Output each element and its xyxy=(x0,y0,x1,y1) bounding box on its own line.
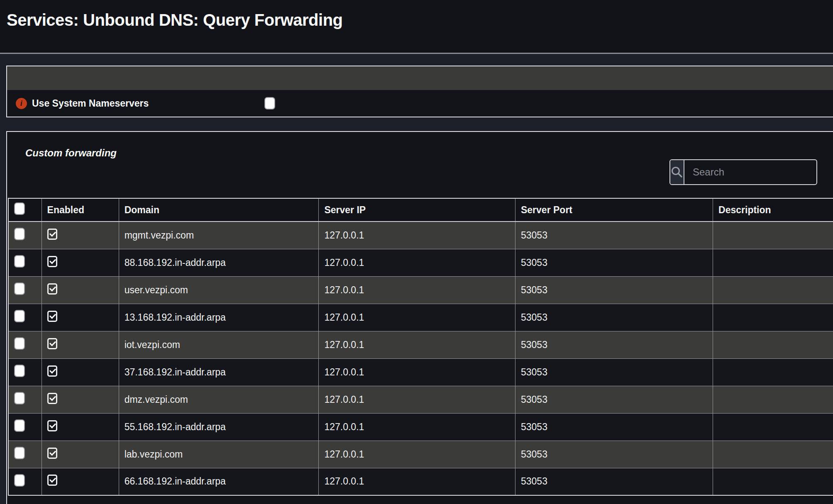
enabled-cell xyxy=(42,222,119,249)
select-all-checkbox[interactable] xyxy=(14,202,25,215)
server-ip-cell: 127.0.0.1 xyxy=(319,468,515,495)
server-port-cell: 53053 xyxy=(515,249,713,276)
table-row: user.vezpi.com 127.0.0.1 53053 xyxy=(8,276,833,304)
description-cell xyxy=(713,276,833,304)
search-box xyxy=(669,159,817,185)
row-select-cell xyxy=(8,441,42,468)
enabled-checkbox[interactable] xyxy=(47,229,57,240)
description-cell xyxy=(713,441,833,468)
forwarding-table: Enabled Domain Server IP Server Port Des… xyxy=(8,198,833,496)
domain-cell: lab.vezpi.com xyxy=(119,441,319,468)
row-select-cell xyxy=(8,304,42,331)
description-cell xyxy=(713,222,833,249)
nameservers-panel-header-strip xyxy=(7,66,833,90)
enabled-cell xyxy=(42,276,119,304)
enabled-checkbox[interactable] xyxy=(47,420,57,431)
description-cell xyxy=(713,304,833,331)
row-select-cell xyxy=(8,331,42,358)
row-select-cell xyxy=(8,276,42,304)
server-ip-cell: 127.0.0.1 xyxy=(319,413,515,441)
domain-cell: mgmt.vezpi.com xyxy=(119,222,319,249)
server-ip-cell: 127.0.0.1 xyxy=(319,249,515,276)
use-system-nameservers-label: Use System Nameservers xyxy=(32,98,149,109)
enabled-cell xyxy=(42,468,119,495)
row-select-checkbox[interactable] xyxy=(14,255,25,268)
server-ip-cell: 127.0.0.1 xyxy=(319,331,515,358)
search-input[interactable] xyxy=(684,160,817,184)
row-select-checkbox[interactable] xyxy=(14,228,25,240)
enabled-checkbox[interactable] xyxy=(47,365,57,377)
info-icon: i xyxy=(16,98,27,109)
server-ip-cell: 127.0.0.1 xyxy=(319,386,515,413)
enabled-cell xyxy=(42,304,119,331)
nameservers-panel: i Use System Nameservers xyxy=(6,66,833,117)
table-row: 13.168.192.in-addr.arpa 127.0.0.1 53053 xyxy=(8,304,833,331)
row-select-cell xyxy=(8,249,42,276)
row-select-checkbox[interactable] xyxy=(14,365,25,377)
table-row: 55.168.192.in-addr.arpa 127.0.0.1 53053 xyxy=(8,413,833,441)
enabled-checkbox[interactable] xyxy=(47,393,57,404)
table-row: lab.vezpi.com 127.0.0.1 53053 xyxy=(8,441,833,468)
row-select-checkbox[interactable] xyxy=(14,392,25,404)
server-port-cell: 53053 xyxy=(515,386,713,413)
row-select-cell xyxy=(8,413,42,441)
description-cell xyxy=(713,468,833,495)
server-port-cell: 53053 xyxy=(515,276,713,304)
use-system-nameservers-row: i Use System Nameservers xyxy=(7,90,833,117)
row-select-checkbox[interactable] xyxy=(14,282,25,295)
header-domain: Domain xyxy=(119,198,319,222)
domain-cell: dmz.vezpi.com xyxy=(119,386,319,413)
select-all-header-cell xyxy=(8,198,42,222)
server-port-cell: 53053 xyxy=(515,413,713,441)
page-header: Services: Unbound DNS: Query Forwarding xyxy=(0,0,833,53)
row-select-cell xyxy=(8,386,42,413)
use-system-nameservers-checkbox[interactable] xyxy=(264,97,275,110)
custom-forwarding-panel: Custom forwarding Enabled Domain Server … xyxy=(6,131,833,504)
header-server-ip: Server IP xyxy=(319,198,515,222)
server-ip-cell: 127.0.0.1 xyxy=(319,276,515,304)
server-ip-cell: 127.0.0.1 xyxy=(319,358,515,386)
row-select-checkbox[interactable] xyxy=(14,419,25,432)
domain-cell: user.vezpi.com xyxy=(119,276,319,304)
page-title: Services: Unbound DNS: Query Forwarding xyxy=(0,0,833,29)
server-ip-cell: 127.0.0.1 xyxy=(319,222,515,249)
enabled-cell xyxy=(42,386,119,413)
server-ip-cell: 127.0.0.1 xyxy=(319,304,515,331)
server-port-cell: 53053 xyxy=(515,358,713,386)
enabled-checkbox[interactable] xyxy=(47,448,57,459)
enabled-checkbox[interactable] xyxy=(47,311,57,322)
enabled-cell xyxy=(42,249,119,276)
table-row: 37.168.192.in-addr.arpa 127.0.0.1 53053 xyxy=(8,358,833,386)
domain-cell: 55.168.192.in-addr.arpa xyxy=(119,413,319,441)
table-row: iot.vezpi.com 127.0.0.1 53053 xyxy=(8,331,833,358)
server-port-cell: 53053 xyxy=(515,468,713,495)
description-cell xyxy=(713,358,833,386)
enabled-checkbox[interactable] xyxy=(47,475,57,486)
row-select-cell xyxy=(8,222,42,249)
row-select-checkbox[interactable] xyxy=(14,337,25,350)
enabled-cell xyxy=(42,441,119,468)
enabled-checkbox[interactable] xyxy=(47,283,57,295)
enabled-checkbox[interactable] xyxy=(47,256,57,267)
table-row: 88.168.192.in-addr.arpa 127.0.0.1 53053 xyxy=(8,249,833,276)
domain-cell: 66.168.192.in-addr.arpa xyxy=(119,468,319,495)
row-select-checkbox[interactable] xyxy=(14,474,25,487)
server-port-cell: 53053 xyxy=(515,441,713,468)
domain-cell: 13.168.192.in-addr.arpa xyxy=(119,304,319,331)
enabled-cell xyxy=(42,358,119,386)
header-server-port: Server Port xyxy=(515,198,713,222)
domain-cell: iot.vezpi.com xyxy=(119,331,319,358)
row-select-checkbox[interactable] xyxy=(14,447,25,459)
server-port-cell: 53053 xyxy=(515,304,713,331)
row-select-checkbox[interactable] xyxy=(14,310,25,322)
table-header-row: Enabled Domain Server IP Server Port Des… xyxy=(8,198,833,222)
search-button[interactable] xyxy=(670,160,684,184)
server-port-cell: 53053 xyxy=(515,222,713,249)
enabled-cell xyxy=(42,413,119,441)
enabled-checkbox[interactable] xyxy=(47,338,57,349)
description-cell xyxy=(713,331,833,358)
header-divider xyxy=(0,53,833,54)
header-description: Description xyxy=(713,198,833,222)
domain-cell: 37.168.192.in-addr.arpa xyxy=(119,358,319,386)
table-row: 66.168.192.in-addr.arpa 127.0.0.1 53053 xyxy=(8,468,833,495)
